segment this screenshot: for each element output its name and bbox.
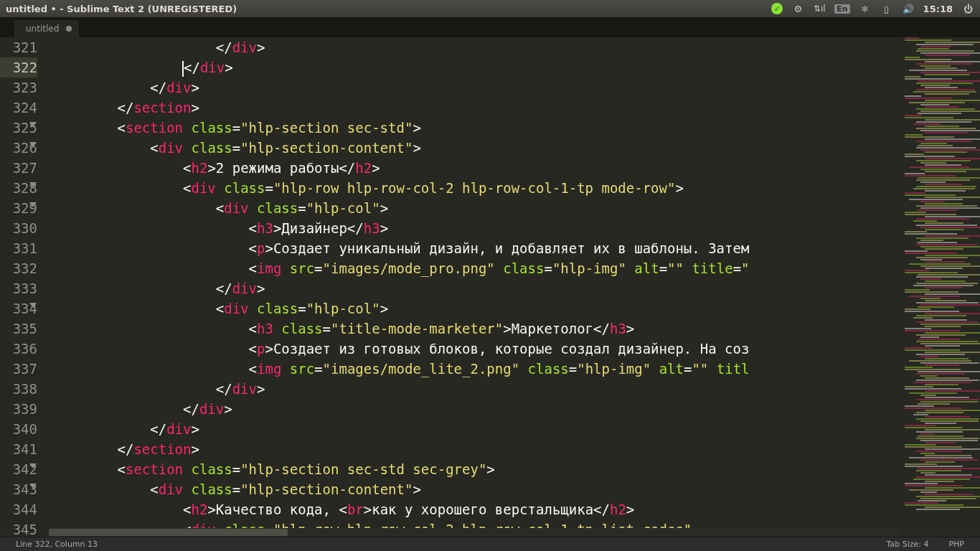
line-number[interactable]: 343	[0, 479, 37, 499]
code-line[interactable]: <section class="hlp-section sec-std">	[52, 118, 901, 138]
network-icon[interactable]: ⇅ıl	[813, 2, 826, 15]
line-number[interactable]: 326	[0, 138, 37, 158]
line-number[interactable]: 331	[0, 238, 37, 258]
line-number[interactable]: 334	[0, 298, 37, 319]
clock[interactable]: 15:18	[923, 4, 953, 14]
code-line[interactable]: <h2>Качество кода, <br>как у хорошего ве…	[52, 499, 901, 519]
sync-ok-icon[interactable]	[771, 3, 783, 14]
line-number[interactable]: 342	[0, 459, 37, 479]
code-line[interactable]: </section>	[52, 98, 901, 118]
code-line[interactable]: <div class="hlp-row hlp-row-col-2 hlp-ro…	[52, 178, 901, 198]
fold-marker-icon[interactable]	[29, 463, 37, 468]
code-line[interactable]: <h3>Дизайнер</h3>	[52, 218, 901, 238]
line-number[interactable]: 321	[0, 37, 37, 57]
system-menubar: untitled • - Sublime Text 2 (UNREGISTERE…	[0, 0, 980, 17]
line-number[interactable]: 344	[0, 499, 37, 519]
line-number[interactable]: 325	[0, 118, 37, 138]
code-line[interactable]: </div>	[52, 57, 901, 77]
code-line[interactable]: </div>	[52, 379, 901, 399]
system-tray: ⚙ ⇅ıl En ✱ ▯ 🔊 15:18 ⏻	[771, 2, 974, 15]
syntax-indicator[interactable]: PHP	[938, 540, 974, 549]
line-number[interactable]: 330	[0, 218, 37, 238]
code-line[interactable]: <div class="hlp-col">	[52, 298, 901, 319]
settings-icon[interactable]: ⚙	[791, 2, 804, 15]
line-number[interactable]: 336	[0, 339, 37, 359]
code-line[interactable]: <img src="images/mode_lite_2.png" class=…	[52, 359, 901, 379]
code-line[interactable]: </div>	[52, 419, 901, 439]
volume-icon[interactable]: 🔊	[902, 2, 915, 15]
line-number[interactable]: 333	[0, 278, 37, 298]
keyboard-lang-indicator[interactable]: En	[834, 4, 849, 14]
code-line[interactable]: <h3 class="title-mode-marketer">Маркетол…	[52, 319, 901, 339]
code-area[interactable]: </div> </div> </div> </section> <section…	[49, 37, 901, 537]
line-number[interactable]: 323	[0, 77, 37, 98]
fold-marker-icon[interactable]	[29, 122, 37, 127]
line-number[interactable]: 329	[0, 198, 37, 218]
code-line[interactable]: </section>	[52, 439, 901, 459]
window-title: untitled • - Sublime Text 2 (UNREGISTERE…	[6, 4, 237, 14]
code-line[interactable]: <section class="hlp-section sec-std sec-…	[52, 459, 901, 479]
line-number[interactable]: 332	[0, 258, 37, 278]
tab-bar: untitled	[0, 17, 980, 37]
line-number[interactable]: 345	[0, 519, 37, 540]
power-icon[interactable]: ⏻	[961, 2, 974, 15]
line-number-gutter[interactable]: 3213223233243253263273283293303313323333…	[0, 37, 49, 537]
line-number[interactable]: 335	[0, 319, 37, 339]
line-number[interactable]: 339	[0, 399, 37, 419]
tab-label: untitled	[26, 24, 59, 34]
code-line[interactable]: </div>	[52, 399, 901, 419]
line-number[interactable]: 341	[0, 439, 37, 459]
cursor-position[interactable]: Line 322, Column 13	[6, 540, 108, 549]
code-line[interactable]: </div>	[52, 37, 901, 57]
horizontal-scrollbar[interactable]	[49, 528, 901, 537]
tab-dirty-indicator-icon	[66, 26, 72, 32]
fold-marker-icon[interactable]	[29, 202, 37, 207]
fold-marker-icon[interactable]	[29, 142, 37, 147]
fold-marker-icon[interactable]	[29, 182, 37, 187]
line-number[interactable]: 340	[0, 419, 37, 439]
battery-icon[interactable]: ▯	[880, 2, 893, 15]
line-number[interactable]: 328	[0, 178, 37, 198]
code-line[interactable]: <div class="hlp-section-content">	[52, 479, 901, 499]
fold-marker-icon[interactable]	[29, 484, 37, 489]
code-line[interactable]: </div>	[52, 278, 901, 298]
tab-size-indicator[interactable]: Tab Size: 4	[877, 540, 939, 549]
line-number[interactable]: 324	[0, 98, 37, 118]
line-number[interactable]: 338	[0, 379, 37, 399]
code-line[interactable]: <p>Создает уникальный дизайн, и добавляе…	[52, 238, 901, 258]
scrollbar-thumb[interactable]	[49, 529, 288, 536]
code-line[interactable]: </div>	[52, 77, 901, 98]
tab-untitled[interactable]: untitled	[14, 20, 79, 37]
line-number[interactable]: 337	[0, 359, 37, 379]
bluetooth-icon[interactable]: ✱	[859, 2, 872, 15]
status-bar: Line 322, Column 13 Tab Size: 4 PHP	[0, 537, 980, 551]
line-number[interactable]: 322	[0, 57, 37, 77]
editor: 3213223233243253263273283293303313323333…	[0, 37, 980, 537]
fold-marker-icon[interactable]	[29, 303, 37, 308]
minimap[interactable]	[901, 37, 980, 537]
code-line[interactable]: <div class="hlp-section-content">	[52, 138, 901, 158]
code-line[interactable]: <p>Создает из готовых блоков, которые со…	[52, 339, 901, 359]
line-number[interactable]: 327	[0, 158, 37, 178]
code-line[interactable]: <img src="images/mode_pro.png" class="hl…	[52, 258, 901, 278]
code-line[interactable]: <h2>2 режима работы</h2>	[52, 158, 901, 178]
code-line[interactable]: <div class="hlp-col">	[52, 198, 901, 218]
